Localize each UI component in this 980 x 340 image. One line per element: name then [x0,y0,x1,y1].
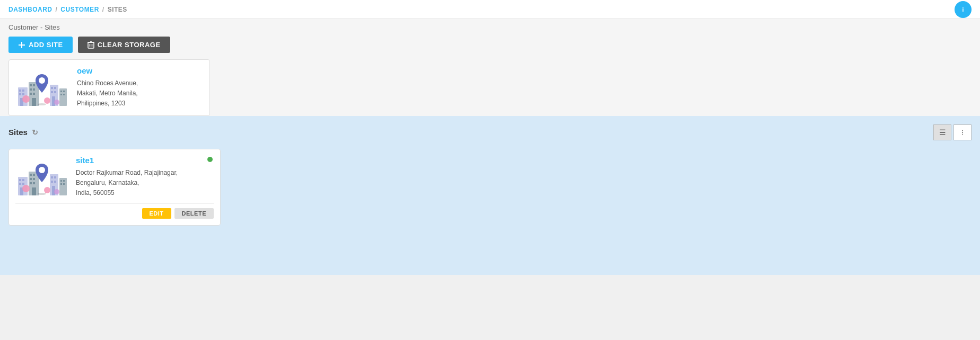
svg-rect-21 [33,93,35,95]
customer-card-image [15,66,68,109]
list-view-button[interactable]: ☰ [933,124,951,140]
svg-rect-25 [54,87,56,89]
customer-address: Chino Roces Avenue, Makati, Metro Manila… [77,78,138,109]
svg-point-34 [22,95,30,103]
svg-rect-12 [19,93,21,95]
svg-rect-32 [60,94,62,95]
svg-rect-63 [63,183,65,185]
svg-rect-24 [51,87,53,89]
svg-point-68 [39,167,45,173]
svg-rect-18 [30,88,32,91]
site-card-image [15,156,68,198]
add-site-label: ADD SITE [29,41,63,49]
svg-rect-11 [22,90,24,92]
svg-rect-26 [51,91,53,93]
svg-point-67 [38,193,46,195]
grid-view-button[interactable]: ⁝ [953,124,972,140]
svg-rect-42 [19,183,21,185]
svg-rect-46 [30,174,32,176]
list-view-icon: ☰ [939,128,946,137]
svg-rect-30 [60,91,62,92]
customer-address-line3: Philippines, 1203 [77,100,125,107]
clear-storage-label: CLEAR STORAGE [98,41,161,49]
breadcrumb-dashboard[interactable]: DASHBOARD [8,6,52,13]
customer-name: oew [77,66,138,75]
customer-address-line1: Chino Roces Avenue, [77,79,138,87]
sites-title: Sites ↻ [8,128,38,137]
svg-text:i: i [962,6,964,12]
svg-rect-47 [33,174,35,176]
svg-rect-57 [54,181,56,183]
svg-point-36 [54,100,59,105]
svg-rect-17 [33,84,35,86]
page-title: Customer - Sites [8,23,972,31]
user-icon[interactable]: i [955,1,972,18]
svg-rect-56 [51,181,53,183]
svg-point-66 [54,189,59,194]
svg-rect-52 [32,187,36,195]
site-card-info: site1 Doctor Rajkumar Road, Rajajinagar,… [76,156,178,199]
svg-rect-50 [30,182,32,184]
customer-card-info: oew Chino Roces Avenue, Makati, Metro Ma… [77,66,138,109]
svg-rect-16 [30,84,32,86]
svg-rect-27 [54,91,56,93]
svg-rect-48 [30,178,32,180]
svg-rect-60 [60,180,62,182]
svg-rect-33 [63,94,65,95]
svg-rect-22 [32,98,36,106]
svg-rect-41 [22,179,24,181]
site-address-line1: Doctor Rajkumar Road, Rajajinagar, [76,169,178,176]
svg-rect-40 [19,179,21,181]
breadcrumb-sites: SITES [108,6,127,13]
sites-section: Sites ↻ ☰ ⁝ [0,116,980,275]
svg-rect-13 [22,93,24,95]
view-toggles: ☰ ⁝ [933,124,972,140]
grid-view-icon: ⁝ [961,128,964,137]
svg-rect-20 [30,93,32,95]
site-name: site1 [76,156,178,165]
site-city-svg [15,156,68,198]
clear-storage-button[interactable]: CLEAR STORAGE [78,37,170,53]
svg-rect-55 [54,176,56,178]
edit-button[interactable]: EDIT [142,208,171,219]
site-card[interactable]: site1 Doctor Rajkumar Road, Rajajinagar,… [8,149,221,226]
breadcrumb-sep2: / [102,6,104,13]
customer-address-line2: Makati, Metro Manila, [77,90,138,97]
customer-card[interactable]: oew Chino Roces Avenue, Makati, Metro Ma… [8,59,210,116]
action-bar: ADD SITE CLEAR STORAGE [8,37,972,53]
breadcrumb: DASHBOARD / CUSTOMER / SITES [8,6,127,13]
svg-rect-49 [33,178,35,180]
svg-rect-10 [19,90,21,92]
refresh-icon[interactable]: ↻ [32,128,38,137]
breadcrumb-customer[interactable]: CUSTOMER [60,6,99,13]
svg-rect-31 [63,91,65,92]
svg-rect-62 [60,183,62,185]
svg-point-64 [22,185,30,192]
site-card-actions: EDIT DELETE [15,203,214,219]
status-badge [207,157,213,162]
svg-point-35 [44,97,50,104]
svg-rect-4 [88,42,94,48]
delete-button[interactable]: DELETE [174,208,214,219]
page-header: Customer - Sites ADD SITE CLEAR STORAGE [0,19,980,116]
svg-rect-19 [33,88,35,91]
svg-point-65 [44,187,50,193]
plus-icon [18,41,25,49]
svg-rect-61 [63,180,65,182]
site-address-line2: Bengaluru, Karnataka, [76,179,139,186]
site-address: Doctor Rajkumar Road, Rajajinagar, Benga… [76,168,178,199]
site-card-inner: site1 Doctor Rajkumar Road, Rajajinagar,… [15,156,214,199]
svg-point-38 [39,77,45,84]
breadcrumb-sep1: / [56,6,58,13]
svg-rect-43 [22,183,24,185]
nav-right: i [955,1,972,18]
nav-bar: DASHBOARD / CUSTOMER / SITES i [0,0,980,19]
add-site-button[interactable]: ADD SITE [8,37,73,53]
info-icon: i [958,5,968,14]
trash-icon [88,41,94,49]
sites-header: Sites ↻ ☰ ⁝ [8,124,972,140]
sites-title-label: Sites [8,128,28,137]
svg-point-37 [38,103,46,105]
city-svg [15,66,68,109]
svg-rect-51 [33,182,35,184]
